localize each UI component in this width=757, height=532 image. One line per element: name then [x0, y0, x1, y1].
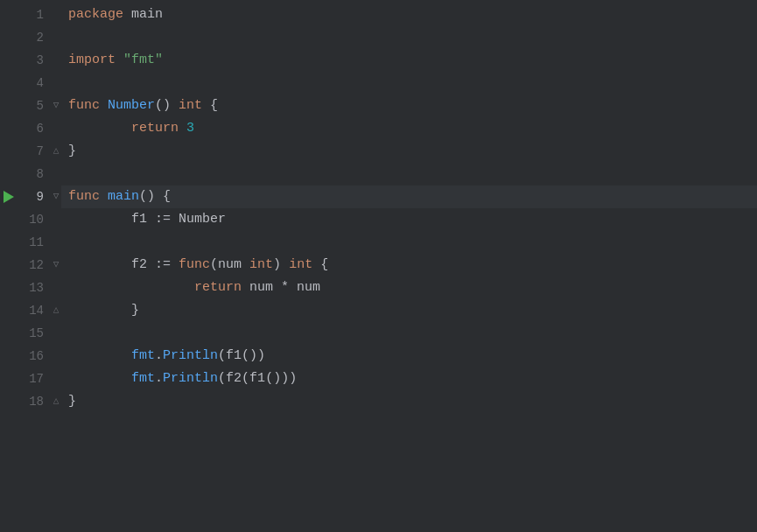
line-number-6: 6 [18, 119, 51, 138]
token [68, 346, 131, 367]
gutter-row-8: 8 [0, 163, 61, 186]
token: num [218, 255, 249, 276]
code-line-11 [61, 231, 757, 254]
fold-open-icon[interactable]: ▽ [53, 98, 60, 114]
line-number-11: 11 [18, 233, 51, 252]
token: := [147, 255, 179, 276]
code-line-14: } [61, 299, 757, 322]
token: main [131, 4, 163, 25]
line-number-18: 18 [18, 392, 51, 411]
line-number-13: 13 [18, 278, 51, 298]
code-line-10: f1 := Number [61, 208, 757, 231]
line-number-12: 12 [18, 256, 51, 275]
gutter-row-5: 5▽ [0, 94, 61, 117]
gutter-row-6: 6 [0, 117, 61, 140]
token: * [281, 277, 297, 298]
gutter-row-9: 9▽ [0, 186, 61, 208]
token: int [249, 255, 273, 276]
token: Println [163, 346, 218, 367]
code-line-9: func main() { [61, 186, 757, 208]
line-number-3: 3 [18, 51, 51, 70]
token: fmt [131, 368, 155, 389]
token: return [131, 118, 186, 139]
token: int [289, 255, 312, 276]
line-number-16: 16 [18, 346, 51, 366]
line-number-4: 4 [18, 74, 51, 93]
token: func [68, 186, 108, 207]
token: f1 [226, 346, 242, 367]
line-number-10: 10 [18, 210, 51, 229]
fold-close-icon[interactable]: △ [53, 303, 60, 318]
token: f1 [249, 368, 265, 389]
token: ( [242, 368, 249, 389]
gutter-row-1: 1 [0, 4, 61, 26]
token: import [68, 50, 123, 71]
token [68, 209, 131, 230]
token: Println [163, 368, 218, 389]
token [68, 255, 131, 276]
gutter-row-18: 18△ [0, 390, 61, 413]
line-number-17: 17 [18, 369, 51, 388]
gutter-row-13: 13 [0, 276, 61, 299]
line-number-5: 5 [18, 96, 51, 116]
code-line-12: f2 := func(num int) int { [61, 254, 757, 276]
token [68, 368, 131, 389]
code-line-4 [61, 72, 757, 94]
run-button[interactable] [3, 191, 15, 203]
token: { [202, 95, 218, 116]
token: } [68, 391, 76, 412]
token: package [68, 4, 131, 25]
code-line-15 [61, 322, 757, 345]
token: } [68, 141, 76, 162]
line-number-2: 2 [18, 28, 51, 47]
gutter-row-12: 12▽ [0, 254, 61, 276]
token: ()) [242, 346, 265, 367]
token: () { [139, 186, 171, 207]
code-line-1: package main [61, 4, 757, 26]
token: func [179, 255, 210, 276]
code-line-8 [61, 163, 757, 186]
code-line-13: return num * num [61, 276, 757, 299]
token: ( [218, 346, 226, 367]
gutter-row-14: 14△ [0, 299, 61, 322]
token: Number [108, 95, 155, 116]
line-number-9: 9 [18, 187, 51, 206]
token: 3 [186, 118, 194, 139]
token: ) [273, 255, 289, 276]
gutter-row-2: 2 [0, 26, 61, 49]
line-gutter: 12345▽67△89▽101112▽1314△15161718△ [0, 0, 61, 532]
token: func [68, 95, 108, 116]
token: main [108, 186, 139, 207]
gutter-row-10: 10 [0, 208, 61, 231]
code-line-16: fmt.Println(f1()) [61, 345, 757, 368]
fold-close-icon[interactable]: △ [53, 144, 60, 159]
code-line-7: } [61, 140, 757, 163]
gutter-row-11: 11 [0, 231, 61, 254]
token: := [147, 209, 179, 230]
code-line-5: func Number() int { [61, 94, 757, 117]
code-area[interactable]: package mainimport "fmt"func Number() in… [61, 0, 757, 532]
line-number-8: 8 [18, 164, 51, 184]
token: . [155, 368, 163, 389]
gutter-row-4: 4 [0, 72, 61, 94]
code-line-3: import "fmt" [61, 49, 757, 72]
token: fmt [131, 346, 155, 367]
token: "fmt" [123, 50, 163, 71]
token: int [179, 95, 202, 116]
fold-close-icon[interactable]: △ [53, 394, 60, 410]
token [68, 277, 194, 298]
gutter-row-17: 17 [0, 368, 61, 390]
code-line-18: } [61, 390, 757, 413]
token: num [249, 277, 281, 298]
line-number-1: 1 [18, 5, 51, 24]
gutter-row-15: 15 [0, 322, 61, 345]
code-line-6: return 3 [61, 117, 757, 140]
token: ( [218, 368, 226, 389]
token: f1 [131, 209, 147, 230]
token: ( [210, 255, 218, 276]
fold-open-icon[interactable]: ▽ [53, 257, 60, 273]
token: { [312, 255, 328, 276]
code-line-2 [61, 26, 757, 49]
fold-open-icon[interactable]: ▽ [53, 189, 60, 205]
code-line-17: fmt.Println(f2(f1())) [61, 368, 757, 390]
